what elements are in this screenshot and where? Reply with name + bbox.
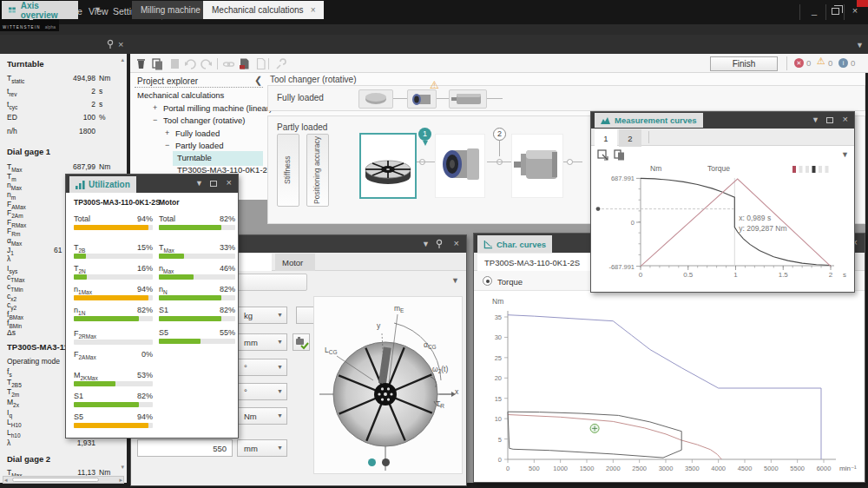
- panel-titlebar[interactable]: Utilization ▼ ×: [66, 175, 238, 193]
- tree-toggle[interactable]: +: [153, 103, 157, 112]
- utilization-fill: [74, 274, 87, 280]
- close-panel-icon[interactable]: ×: [454, 238, 459, 248]
- svg-text:687.991: 687.991: [611, 175, 635, 182]
- svg-text:0: 0: [631, 219, 635, 227]
- scroll-right-icon[interactable]: ▸: [119, 477, 122, 484]
- utilization-track: [159, 316, 235, 321]
- chevron-down-icon[interactable]: ▼: [94, 5, 102, 14]
- tab-axis-overview[interactable]: Axis overview: [2, 1, 78, 19]
- motor-image[interactable]: [511, 134, 563, 198]
- tree-item[interactable]: Turntable: [130, 153, 265, 164]
- gearbox-thumb[interactable]: [407, 89, 437, 109]
- maximize-icon[interactable]: [826, 117, 833, 123]
- utilization-item: F2AMax0%: [74, 350, 153, 360]
- chevron-down-icon[interactable]: ▼: [812, 115, 819, 124]
- marker-1[interactable]: 1: [418, 128, 431, 146]
- turntable-image[interactable]: [359, 133, 417, 199]
- svg-text:2: 2: [829, 271, 833, 279]
- chain-link: [393, 98, 407, 99]
- svg-text:x: 0,989 s: x: 0,989 s: [739, 214, 771, 222]
- scrollbar-thumb[interactable]: [12, 478, 99, 482]
- divider: [844, 4, 845, 20]
- tab-milling-machine[interactable]: Milling machine: [132, 1, 209, 19]
- char-curves-chart: Nm 0500100015002000250030003500400045005…: [475, 292, 865, 482]
- export-chart-icon[interactable]: [597, 149, 608, 161]
- unit-dropdown[interactable]: Nm▼: [237, 407, 287, 425]
- utilization-track: [74, 402, 153, 407]
- utilization-track: [74, 295, 153, 300]
- unit-dropdown[interactable]: °▼: [237, 359, 287, 376]
- tab-overflow-icon[interactable]: ▼: [451, 276, 459, 285]
- copy-chart-icon[interactable]: [614, 149, 625, 161]
- tab-1[interactable]: 1: [595, 129, 617, 147]
- tree-item[interactable]: +Fully loaded: [130, 129, 265, 140]
- svg-text:0: 0: [639, 271, 643, 279]
- turntable-thumb[interactable]: [358, 89, 393, 109]
- utilization-item: S594%: [74, 412, 153, 421]
- close-panel-icon[interactable]: ×: [118, 39, 123, 49]
- scroll-up-icon[interactable]: ▴: [121, 56, 124, 63]
- divider: [648, 131, 649, 143]
- tree-item[interactable]: Mechanical calculations: [130, 90, 265, 102]
- tree-toggle[interactable]: +: [165, 129, 169, 137]
- pin-icon[interactable]: [435, 239, 444, 249]
- turntable-diagram: mEyLCGαCGω2(t)xTR: [313, 296, 463, 474]
- tab-mechanical-calculations[interactable]: Mechanical calculations ×: [203, 1, 324, 19]
- tree-toggle[interactable]: −: [165, 141, 169, 149]
- apply-geometry-button[interactable]: [293, 333, 310, 351]
- tab-motor[interactable]: Motor: [275, 254, 315, 271]
- fully-loaded-box: Fully loaded ⚠: [267, 85, 865, 111]
- turntable-graphic: [361, 135, 415, 197]
- close-panel-icon[interactable]: ×: [843, 114, 848, 124]
- horizontal-scrollbar[interactable]: ◂ ▸: [3, 476, 124, 484]
- stiffness-button[interactable]: Stiffness: [277, 134, 299, 207]
- chevron-down-icon[interactable]: ▼: [422, 240, 430, 248]
- export-report-icon[interactable]: [238, 57, 251, 70]
- panel-titlebar[interactable]: Measurement curves ▼ ×: [591, 112, 854, 129]
- svg-text:30: 30: [495, 333, 502, 341]
- tree-item[interactable]: +Portal milling machine (linear): [130, 103, 265, 115]
- restore-button[interactable]: [832, 8, 839, 15]
- utilization-track: [74, 316, 153, 321]
- unit-dropdown[interactable]: kg▼: [237, 307, 287, 324]
- finish-button[interactable]: Finish: [710, 56, 778, 71]
- svg-text:3500: 3500: [685, 465, 700, 472]
- svg-text:min⁻¹: min⁻¹: [839, 465, 857, 472]
- scroll-left-icon[interactable]: ◂: [4, 477, 8, 484]
- page-dot[interactable]: [382, 458, 390, 466]
- tab-gearbox[interactable]: TP300S-MA3-110-0K1-2S: [477, 254, 597, 271]
- motor-thumb[interactable]: [449, 89, 487, 109]
- gearbox-image[interactable]: [435, 134, 485, 198]
- utilization-track: [159, 225, 235, 230]
- close-panel-icon[interactable]: ×: [227, 177, 232, 188]
- chevron-down-icon[interactable]: ▼: [195, 179, 203, 188]
- positioning-accuracy-button[interactable]: Positioning accuracy: [306, 134, 329, 207]
- unit-dropdown[interactable]: mm▼: [237, 333, 287, 351]
- close-tab-icon[interactable]: ×: [311, 5, 316, 15]
- link-icon-disabled: [222, 57, 235, 70]
- utilization-item: S182%: [159, 306, 235, 314]
- maximize-icon[interactable]: [210, 181, 217, 187]
- tree-item[interactable]: −Tool changer (rotative): [130, 115, 265, 127]
- utilization-tab[interactable]: Utilization: [69, 176, 136, 193]
- page-dot-active[interactable]: [368, 458, 376, 466]
- delete-icon[interactable]: [135, 57, 148, 70]
- tab-overflow-icon[interactable]: ▼: [841, 150, 849, 159]
- radio-label: Torque: [497, 277, 523, 287]
- torque-radio[interactable]: [483, 276, 492, 286]
- value-input[interactable]: 550: [137, 439, 233, 457]
- minimize-button[interactable]: _: [807, 5, 821, 16]
- unit-dropdown[interactable]: °▼: [237, 383, 287, 400]
- char-curves-tab[interactable]: Char. curves: [477, 235, 552, 253]
- tab-overflow-icon[interactable]: ▼: [856, 41, 864, 49]
- copy-icon[interactable]: [151, 57, 164, 70]
- tab-2[interactable]: 2: [619, 129, 641, 147]
- unit-dropdown[interactable]: mm▼: [237, 439, 287, 457]
- pin-icon[interactable]: [106, 39, 115, 49]
- marker-2[interactable]: 2: [493, 128, 506, 156]
- tree-toggle[interactable]: −: [153, 115, 157, 124]
- svg-text:15: 15: [495, 395, 502, 403]
- svg-text:1.5: 1.5: [779, 271, 789, 279]
- measurement-curves-tab[interactable]: Measurement curves: [595, 113, 703, 128]
- scroll-down-icon[interactable]: ▾: [121, 464, 124, 471]
